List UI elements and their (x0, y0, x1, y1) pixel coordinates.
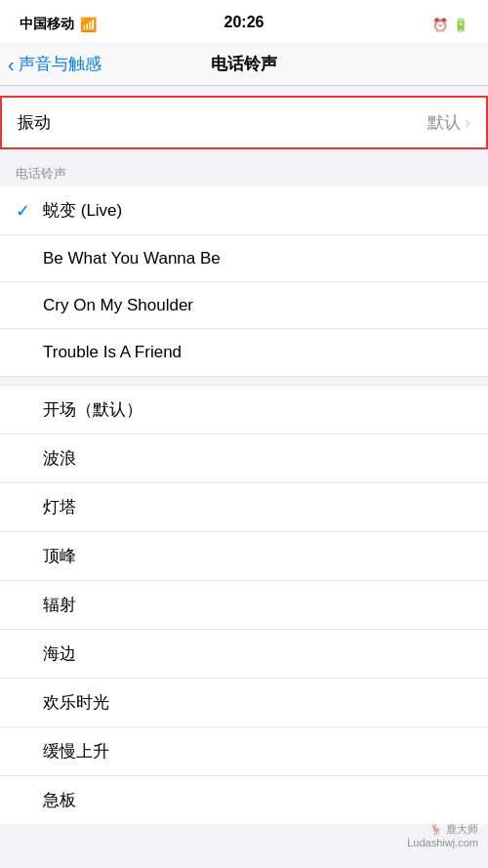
system-ringtones-list: 开场（默认） 波浪 灯塔 顶峰 辐射 海边 欢乐时光 缓慢上升 急板 (0, 386, 488, 824)
status-time: 20:26 (224, 14, 264, 31)
ringtone-bianlive: 蜕变 (Live) (43, 199, 472, 222)
list-item[interactable]: 辐射 (0, 581, 488, 630)
ringtone-section-header: 电话铃声 (0, 159, 488, 186)
list-item[interactable]: 顶峰 (0, 532, 488, 581)
content: 振动 默认 › 电话铃声 ✓ 蜕变 (Live) Be What You Wan… (0, 86, 488, 824)
watermark-logo: 🦌 鹿大师 (407, 822, 478, 837)
ringtone-haibian: 海边 (43, 642, 472, 665)
status-right-icons: ⏰ 🔋 (432, 18, 468, 32)
section-header-label: 电话铃声 (16, 166, 66, 181)
list-item[interactable]: 开场（默认） (0, 386, 488, 434)
carrier-name: 中国移动 (20, 16, 74, 33)
ringtone-jiban: 急板 (43, 789, 472, 811)
ringtone-dengta: 灯塔 (43, 496, 472, 518)
ringtone-bewhat: Be What You Wanna Be (43, 249, 472, 269)
battery-icon: 🔋 (453, 18, 468, 32)
status-bar: 中国移动 📶 20:26 ⏰ 🔋 (0, 0, 488, 43)
ringtone-fushe: 辐射 (43, 594, 472, 616)
alarm-icon: ⏰ (432, 18, 448, 32)
vibration-right: 默认 › (427, 111, 470, 134)
ringtone-kaichang: 开场（默认） (43, 398, 472, 421)
nav-title: 电话铃声 (211, 53, 277, 75)
nav-bar: ‹ 声音与触感 电话铃声 (0, 43, 488, 86)
ringtone-dingfeng: 顶峰 (43, 545, 472, 567)
list-item[interactable]: 急板 (0, 776, 488, 824)
back-chevron-icon: ‹ (8, 55, 15, 74)
ringtone-bolang: 波浪 (43, 447, 472, 470)
list-item[interactable]: 海边 (0, 630, 488, 679)
back-label: 声音与触感 (19, 53, 102, 75)
wifi-icon: 📶 (80, 17, 97, 32)
ringtone-huanle: 欢乐时光 (43, 691, 472, 714)
vibration-value: 默认 (427, 111, 461, 134)
vibration-section: 振动 默认 › (0, 96, 488, 149)
vibration-chevron-icon: › (465, 113, 470, 133)
list-item[interactable]: 缓慢上升 (0, 727, 488, 776)
ringtone-trouble: Trouble Is A Friend (43, 343, 472, 362)
section-divider (0, 376, 488, 386)
ringtone-manche: 缓慢上升 (43, 740, 472, 763)
list-item[interactable]: Trouble Is A Friend (0, 329, 488, 376)
ringtones-list: ✓ 蜕变 (Live) Be What You Wanna Be Cry On … (0, 186, 488, 376)
list-item[interactable]: Cry On My Shoulder (0, 282, 488, 329)
ringtone-cry: Cry On My Shoulder (43, 296, 472, 315)
list-item[interactable]: ✓ 蜕变 (Live) (0, 186, 488, 235)
watermark-url: Ludashiwj.com (407, 837, 478, 848)
list-item[interactable]: 灯塔 (0, 483, 488, 532)
vibration-row[interactable]: 振动 默认 › (2, 98, 486, 147)
check-icon: ✓ (16, 200, 43, 222)
back-button[interactable]: ‹ 声音与触感 (8, 53, 102, 75)
list-item[interactable]: Be What You Wanna Be (0, 235, 488, 282)
list-item[interactable]: 欢乐时光 (0, 679, 488, 727)
carrier-signal: 中国移动 📶 (20, 16, 97, 33)
vibration-label: 振动 (18, 111, 51, 134)
list-item[interactable]: 波浪 (0, 434, 488, 483)
watermark: 🦌 鹿大师 Ludashiwj.com (407, 822, 478, 848)
